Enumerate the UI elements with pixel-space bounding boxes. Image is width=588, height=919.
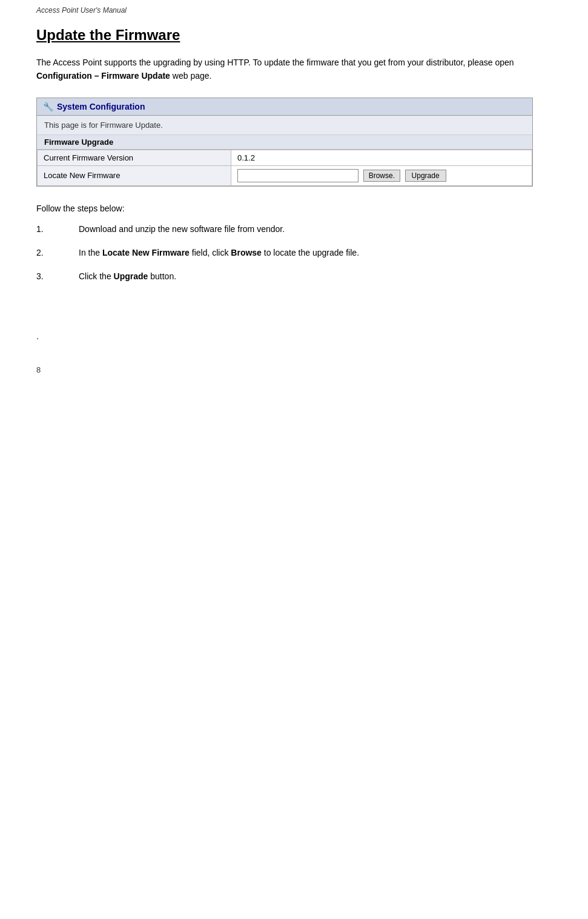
intro-bold: Configuration – Firmware Update [36,71,170,81]
ui-description: This page is for Firmware Update. [37,116,532,135]
step-1: 1. Download and unzip the new software f… [36,223,552,236]
intro-text-end: web page. [170,71,212,81]
browse-button[interactable]: Browse. [363,170,400,182]
firmware-upgrade-section-label: Firmware Upgrade [37,135,532,150]
step-2-text: In the Locate New Firmware field, click … [79,247,552,259]
wrench-icon: 🔧 [43,102,53,111]
step-1-number: 1. [36,223,79,236]
firmware-update-ui-box: 🔧 System Configuration This page is for … [36,98,533,187]
step-3-number: 3. [36,270,79,283]
page-number: 8 [36,365,552,374]
firmware-upgrade-table: Current Firmware Version 0.1.2 Locate Ne… [37,150,532,186]
step-3: 3. Click the Upgrade button. [36,270,552,283]
step-1-text: Download and unzip the new software file… [79,223,552,236]
footer-dot: . [36,331,552,341]
steps-list: 1. Download and unzip the new software f… [36,223,552,283]
step-2-bold1: Locate New Firmware [102,248,190,257]
follow-steps-text: Follow the steps below: [36,204,552,213]
intro-paragraph: The Access Point supports the upgrading … [36,56,552,83]
upgrade-button[interactable]: Upgrade [405,170,446,182]
locate-firmware-row: Locate New Firmware Browse. Upgrade [38,165,532,185]
step-3-text: Click the Upgrade button. [79,270,552,283]
step-3-bold: Upgrade [114,271,148,281]
current-firmware-row: Current Firmware Version 0.1.2 [38,150,532,165]
system-config-title: System Configuration [57,102,145,111]
intro-text-before: The Access Point supports the upgrading … [36,58,514,67]
steps-section: Follow the steps below: 1. Download and … [36,204,552,283]
step-2: 2. In the Locate New Firmware field, cli… [36,247,552,259]
step-2-number: 2. [36,247,79,259]
locate-firmware-label: Locate New Firmware [38,165,231,185]
locate-firmware-controls: Browse. Upgrade [231,165,532,185]
firmware-file-input[interactable] [237,169,358,182]
current-firmware-value: 0.1.2 [231,150,532,165]
page-heading: Update the Firmware [36,27,552,44]
ui-header-bar: 🔧 System Configuration [37,98,532,116]
manual-title: Access Point User's Manual [36,6,552,15]
step-2-bold2: Browse [231,248,262,257]
current-firmware-label: Current Firmware Version [38,150,231,165]
